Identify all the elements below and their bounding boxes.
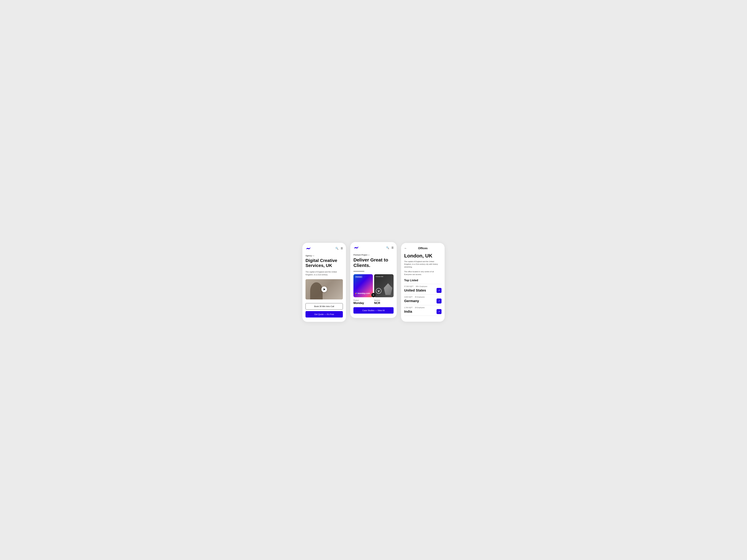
de-sqft: 3,500 SQFT: [404, 296, 413, 298]
ncr-type: Services: [374, 299, 393, 301]
ncr-name: NCR: [374, 301, 393, 305]
office-entry-de: 3,500 SQFT 45 Employees Germany: [404, 296, 441, 303]
logo-dolphin: [306, 246, 311, 250]
premium-badge: Premium: [355, 276, 362, 278]
us-divider: [404, 294, 441, 295]
phone2-nav: 🔍 ☰: [354, 246, 393, 249]
top-listed-label: Top Listed: [404, 279, 441, 282]
project-label: Premium Project —: [354, 254, 393, 256]
in-arrow-button[interactable]: [437, 309, 441, 314]
de-arrow-button[interactable]: [437, 298, 441, 303]
menu-icon[interactable]: ☰: [341, 247, 343, 250]
phone2-main-title: Deliver Great to Clients.: [354, 257, 393, 268]
office-entry-us: 57,500 SQFT 300+ Employees United States: [404, 286, 441, 293]
ncr-brand-icon: [376, 288, 382, 294]
ncr-label-col: Services NCR: [374, 299, 393, 305]
phone-3: ← Offices London, UK The capital of Engl…: [401, 243, 445, 322]
ncr-card[interactable]: Fortune 500: [374, 274, 393, 297]
monday-brand-icon: [355, 292, 357, 294]
phone1-nav: 🔍 ☰: [306, 246, 343, 250]
us-sqft: 57,500 SQFT: [404, 286, 413, 287]
agency-label: Agency —: [306, 255, 343, 257]
menu-icon-2[interactable]: ☰: [391, 246, 393, 249]
book-call-button[interactable]: Book 30 Min Intro Call: [306, 303, 343, 310]
office-meta-in: 2,700 SQFT 28 Employees: [404, 307, 441, 309]
get-quote-button[interactable]: Get Quote — It's Free: [306, 311, 343, 318]
logo-dolphin-2: [354, 246, 359, 249]
in-country: India: [404, 310, 412, 314]
city-title: London, UK: [404, 253, 441, 259]
phone1-description: The capital of England and the United Ki…: [306, 270, 343, 276]
office-entry-in: 2,700 SQFT 28 Employees India: [404, 307, 441, 314]
monday-logo-text: monday.com: [355, 292, 371, 294]
city-description: The capital of England and the United Ki…: [404, 260, 441, 268]
de-country-row: Germany: [404, 298, 441, 303]
us-arrow-button[interactable]: [437, 288, 441, 293]
us-employees: 300+ Employees: [416, 286, 427, 287]
add-card-button[interactable]: +: [371, 293, 376, 297]
office-access-note: The office located in very centre of uk …: [404, 270, 441, 276]
monday-type: Product: [354, 299, 373, 301]
back-button[interactable]: ←: [404, 247, 407, 250]
de-country: Germany: [404, 299, 419, 303]
case-studies-button[interactable]: Case Studies — View All: [354, 307, 393, 314]
in-employees: 28 Employees: [415, 307, 424, 309]
phone-2: 🔍 ☰ Premium Project — Deliver Great to C…: [350, 242, 397, 318]
in-sqft: 2,700 SQFT: [404, 307, 413, 309]
monday-logo: monday.com: [355, 292, 371, 296]
search-icon[interactable]: 🔍: [335, 247, 338, 250]
office-meta-de: 3,500 SQFT 45 Employees: [404, 296, 441, 298]
title-divider: [354, 271, 364, 271]
video-thumbnail[interactable]: [306, 279, 343, 299]
office-meta-us: 57,500 SQFT 300+ Employees: [404, 286, 441, 287]
monday-card[interactable]: Premium monday.com: [354, 274, 373, 297]
svg-point-5: [376, 288, 381, 294]
phones-container: 🔍 ☰ Agency — Digital Creative Services, …: [302, 238, 445, 322]
de-employees: 45 Employees: [415, 296, 424, 298]
phone2-nav-icons: 🔍 ☰: [386, 246, 393, 249]
phone-1: 🔍 ☰ Agency — Digital Creative Services, …: [302, 243, 346, 322]
svg-point-0: [310, 247, 310, 248]
us-country-row: United States: [404, 288, 441, 293]
monday-label-col: Product Monday: [354, 299, 373, 305]
offices-title: Offices: [407, 247, 439, 250]
us-country: United States: [404, 288, 426, 292]
search-icon-2[interactable]: 🔍: [386, 246, 389, 249]
in-country-row: India: [404, 309, 441, 314]
fortune-badge: Fortune 500: [376, 276, 383, 277]
ncr-bg-shape: [384, 283, 392, 295]
monday-name: Monday: [354, 301, 373, 305]
project-cards-row: Premium monday.com Fortune 500: [354, 274, 393, 297]
card-labels-row: Product Monday Services NCR: [354, 299, 393, 305]
play-button[interactable]: [321, 287, 327, 292]
phone1-main-title: Digital Creative Services, UK: [306, 258, 343, 268]
svg-point-1: [358, 247, 358, 247]
phone3-nav: ← Offices: [404, 247, 441, 250]
svg-point-4: [356, 293, 357, 293]
phone1-nav-icons: 🔍 ☰: [335, 247, 343, 250]
